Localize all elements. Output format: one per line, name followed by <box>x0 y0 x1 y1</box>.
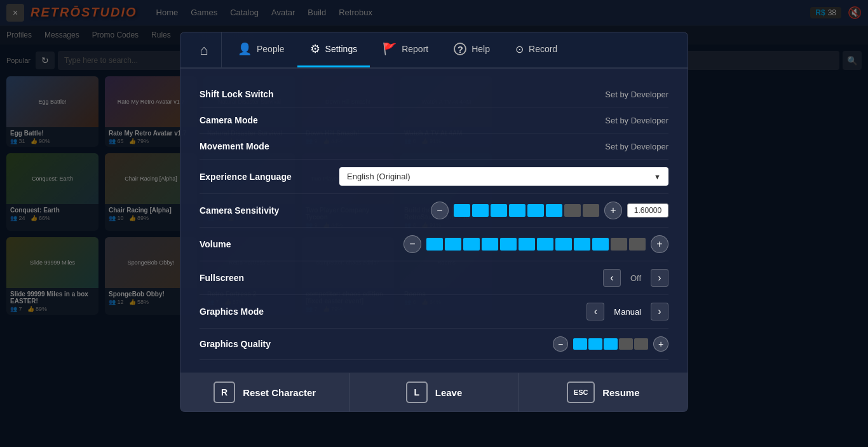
settings-content: Shift Lock Switch Set by Developer Camer… <box>180 69 688 373</box>
vol-seg-1 <box>426 238 443 251</box>
help-icon: ? <box>454 43 466 55</box>
graphics-mode-next-button[interactable]: › <box>651 303 668 320</box>
resume-label: Resume <box>602 387 639 398</box>
gfx-seg-4 <box>619 338 633 350</box>
resume-button[interactable]: ESC Resume <box>519 373 688 411</box>
leave-key-badge: L <box>406 382 428 403</box>
leave-label: Leave <box>435 387 463 398</box>
tab-record-label: Record <box>529 44 557 54</box>
tab-report[interactable]: 🚩 Report <box>370 32 441 67</box>
vol-seg-10 <box>592 238 609 251</box>
sensitivity-decrease-button[interactable]: − <box>431 202 449 219</box>
settings-modal: ⌂ 👤 People ⚙ Settings 🚩 Report ? Help ⊙ … <box>180 32 688 412</box>
graphics-quality-label: Graphics Quality <box>200 339 339 349</box>
fullscreen-toggle: ‹ Off › <box>603 269 668 287</box>
setting-row-camera-sensitivity: Camera Sensitivity − + 1.600 <box>200 194 668 228</box>
fullscreen-prev-button[interactable]: ‹ <box>603 269 621 287</box>
resume-key-badge: ESC <box>567 382 595 403</box>
volume-increase-button[interactable]: + <box>651 235 668 253</box>
language-dropdown[interactable]: English (Original) ▼ <box>339 167 668 186</box>
camera-mode-label: Camera Mode <box>200 115 339 125</box>
vol-seg-6 <box>519 238 535 251</box>
language-value: English (Original) <box>347 172 410 181</box>
setting-row-graphics-mode: Graphics Mode ‹ Manual › <box>200 295 668 329</box>
vol-seg-12 <box>629 238 646 251</box>
camera-sensitivity-slider: − + 1.60000 <box>431 202 668 219</box>
report-icon: 🚩 <box>383 42 397 56</box>
slider-seg-3 <box>491 204 507 217</box>
fullscreen-next-button[interactable]: › <box>651 269 668 287</box>
tab-help[interactable]: ? Help <box>441 32 503 67</box>
record-icon: ⊙ <box>515 43 524 55</box>
people-icon: 👤 <box>238 42 252 56</box>
setting-row-experience-language: Experience Language English (Original) ▼ <box>200 160 668 194</box>
camera-mode-control: Set by Developer <box>339 116 668 125</box>
camera-sensitivity-label: Camera Sensitivity <box>200 205 339 216</box>
slider-seg-5 <box>527 204 544 217</box>
gfx-seg-1 <box>573 338 587 350</box>
setting-row-fullscreen: Fullscreen ‹ Off › <box>200 261 668 295</box>
tab-help-label: Help <box>471 44 490 54</box>
volume-control: − + <box>339 235 668 253</box>
tab-record[interactable]: ⊙ Record <box>503 32 570 67</box>
tab-people-label: People <box>257 44 285 54</box>
slider-seg-6 <box>546 204 562 217</box>
volume-decrease-button[interactable]: − <box>403 235 421 253</box>
experience-language-control: English (Original) ▼ <box>339 167 668 186</box>
graphics-mode-control: ‹ Manual › <box>339 303 668 320</box>
setting-row-graphics-quality: Graphics Quality − + <box>200 329 668 360</box>
fullscreen-value: Off <box>621 273 651 283</box>
settings-icon: ⚙ <box>310 42 320 56</box>
sensitivity-value: 1.60000 <box>627 203 668 217</box>
tab-report-label: Report <box>402 44 428 54</box>
graphics-mode-prev-button[interactable]: ‹ <box>587 303 604 320</box>
camera-mode-value: Set by Developer <box>605 116 668 125</box>
sensitivity-increase-button[interactable]: + <box>604 202 622 219</box>
camera-sensitivity-control: − + 1.60000 <box>339 202 668 219</box>
leave-button[interactable]: L Leave <box>349 373 519 411</box>
vol-seg-9 <box>574 238 590 251</box>
graphics-quality-control: − + <box>339 336 668 352</box>
volume-slider-track <box>426 238 646 251</box>
movement-mode-label: Movement Mode <box>200 141 339 151</box>
slider-seg-4 <box>509 204 526 217</box>
reset-key-badge: R <box>214 382 235 403</box>
tab-home[interactable]: ⌂ <box>187 32 222 67</box>
movement-mode-control: Set by Developer <box>339 142 668 151</box>
sensitivity-slider-track <box>454 204 599 217</box>
reset-character-button[interactable]: R Reset Character <box>180 373 349 411</box>
home-icon: ⌂ <box>200 42 208 58</box>
slider-seg-7 <box>564 204 581 217</box>
graphics-increase-button[interactable]: + <box>653 336 668 352</box>
graphics-mode-toggle: ‹ Manual › <box>587 303 668 320</box>
vol-seg-4 <box>482 238 498 251</box>
setting-row-volume: Volume − <box>200 228 668 261</box>
graphics-quality-slider: − + <box>553 336 668 352</box>
reset-character-label: Reset Character <box>243 387 316 398</box>
shift-lock-control: Set by Developer <box>339 90 668 99</box>
tab-people[interactable]: 👤 People <box>225 32 297 67</box>
slider-seg-1 <box>454 204 470 217</box>
tab-settings[interactable]: ⚙ Settings <box>297 32 370 67</box>
dropdown-arrow-icon: ▼ <box>654 173 661 181</box>
vol-seg-5 <box>500 238 517 251</box>
setting-row-camera-mode: Camera Mode Set by Developer <box>200 107 668 134</box>
graphics-mode-label: Graphics Mode <box>200 306 339 317</box>
vol-seg-11 <box>611 238 627 251</box>
setting-row-shift-lock: Shift Lock Switch Set by Developer <box>200 81 668 107</box>
vol-seg-8 <box>555 238 572 251</box>
volume-slider: − + <box>403 235 668 253</box>
gfx-seg-2 <box>588 338 602 350</box>
graphics-slider-track <box>573 338 648 350</box>
shift-lock-label: Shift Lock Switch <box>200 89 339 99</box>
gfx-seg-5 <box>634 338 648 350</box>
volume-label: Volume <box>200 239 339 249</box>
fullscreen-control: ‹ Off › <box>339 269 668 287</box>
graphics-decrease-button[interactable]: − <box>553 336 568 352</box>
slider-seg-8 <box>583 204 599 217</box>
fullscreen-label: Fullscreen <box>200 273 339 283</box>
gfx-seg-3 <box>604 338 618 350</box>
vol-seg-2 <box>445 238 461 251</box>
tab-bar: ⌂ 👤 People ⚙ Settings 🚩 Report ? Help ⊙ … <box>180 32 688 69</box>
setting-row-movement-mode: Movement Mode Set by Developer <box>200 134 668 160</box>
